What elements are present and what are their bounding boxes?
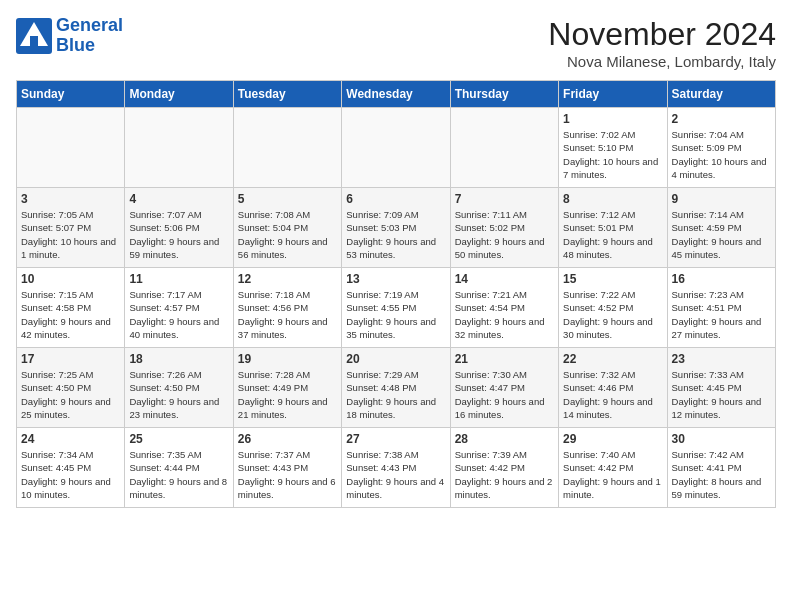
day-header-friday: Friday xyxy=(559,81,667,108)
calendar-cell xyxy=(125,108,233,188)
calendar-cell: 4Sunrise: 7:07 AM Sunset: 5:06 PM Daylig… xyxy=(125,188,233,268)
calendar-cell: 10Sunrise: 7:15 AM Sunset: 4:58 PM Dayli… xyxy=(17,268,125,348)
day-number: 24 xyxy=(21,432,120,446)
day-info: Sunrise: 7:11 AM Sunset: 5:02 PM Dayligh… xyxy=(455,208,554,261)
day-info: Sunrise: 7:09 AM Sunset: 5:03 PM Dayligh… xyxy=(346,208,445,261)
calendar-cell: 15Sunrise: 7:22 AM Sunset: 4:52 PM Dayli… xyxy=(559,268,667,348)
day-header-saturday: Saturday xyxy=(667,81,775,108)
calendar-cell: 3Sunrise: 7:05 AM Sunset: 5:07 PM Daylig… xyxy=(17,188,125,268)
day-number: 25 xyxy=(129,432,228,446)
day-number: 23 xyxy=(672,352,771,366)
calendar-cell: 9Sunrise: 7:14 AM Sunset: 4:59 PM Daylig… xyxy=(667,188,775,268)
logo-line1: General xyxy=(56,15,123,35)
day-info: Sunrise: 7:15 AM Sunset: 4:58 PM Dayligh… xyxy=(21,288,120,341)
calendar-cell: 6Sunrise: 7:09 AM Sunset: 5:03 PM Daylig… xyxy=(342,188,450,268)
day-info: Sunrise: 7:38 AM Sunset: 4:43 PM Dayligh… xyxy=(346,448,445,501)
calendar-cell: 30Sunrise: 7:42 AM Sunset: 4:41 PM Dayli… xyxy=(667,428,775,508)
calendar-cell xyxy=(233,108,341,188)
day-number: 5 xyxy=(238,192,337,206)
day-number: 17 xyxy=(21,352,120,366)
day-info: Sunrise: 7:18 AM Sunset: 4:56 PM Dayligh… xyxy=(238,288,337,341)
day-number: 8 xyxy=(563,192,662,206)
calendar-cell: 7Sunrise: 7:11 AM Sunset: 5:02 PM Daylig… xyxy=(450,188,558,268)
calendar-cell: 26Sunrise: 7:37 AM Sunset: 4:43 PM Dayli… xyxy=(233,428,341,508)
calendar-cell: 29Sunrise: 7:40 AM Sunset: 4:42 PM Dayli… xyxy=(559,428,667,508)
day-info: Sunrise: 7:05 AM Sunset: 5:07 PM Dayligh… xyxy=(21,208,120,261)
calendar-cell: 22Sunrise: 7:32 AM Sunset: 4:46 PM Dayli… xyxy=(559,348,667,428)
calendar-cell xyxy=(450,108,558,188)
day-info: Sunrise: 7:40 AM Sunset: 4:42 PM Dayligh… xyxy=(563,448,662,501)
day-number: 7 xyxy=(455,192,554,206)
day-number: 13 xyxy=(346,272,445,286)
calendar-cell: 1Sunrise: 7:02 AM Sunset: 5:10 PM Daylig… xyxy=(559,108,667,188)
calendar-cell: 25Sunrise: 7:35 AM Sunset: 4:44 PM Dayli… xyxy=(125,428,233,508)
week-row-3: 10Sunrise: 7:15 AM Sunset: 4:58 PM Dayli… xyxy=(17,268,776,348)
day-number: 12 xyxy=(238,272,337,286)
day-info: Sunrise: 7:07 AM Sunset: 5:06 PM Dayligh… xyxy=(129,208,228,261)
calendar-cell xyxy=(342,108,450,188)
day-number: 15 xyxy=(563,272,662,286)
day-info: Sunrise: 7:37 AM Sunset: 4:43 PM Dayligh… xyxy=(238,448,337,501)
day-info: Sunrise: 7:32 AM Sunset: 4:46 PM Dayligh… xyxy=(563,368,662,421)
day-number: 9 xyxy=(672,192,771,206)
day-info: Sunrise: 7:33 AM Sunset: 4:45 PM Dayligh… xyxy=(672,368,771,421)
calendar-cell: 2Sunrise: 7:04 AM Sunset: 5:09 PM Daylig… xyxy=(667,108,775,188)
day-number: 27 xyxy=(346,432,445,446)
day-header-thursday: Thursday xyxy=(450,81,558,108)
day-header-sunday: Sunday xyxy=(17,81,125,108)
day-info: Sunrise: 7:23 AM Sunset: 4:51 PM Dayligh… xyxy=(672,288,771,341)
day-info: Sunrise: 7:25 AM Sunset: 4:50 PM Dayligh… xyxy=(21,368,120,421)
day-number: 22 xyxy=(563,352,662,366)
calendar-header-row: SundayMondayTuesdayWednesdayThursdayFrid… xyxy=(17,81,776,108)
calendar-cell: 13Sunrise: 7:19 AM Sunset: 4:55 PM Dayli… xyxy=(342,268,450,348)
calendar-cell: 23Sunrise: 7:33 AM Sunset: 4:45 PM Dayli… xyxy=(667,348,775,428)
day-number: 18 xyxy=(129,352,228,366)
calendar-cell xyxy=(17,108,125,188)
day-info: Sunrise: 7:02 AM Sunset: 5:10 PM Dayligh… xyxy=(563,128,662,181)
month-title: November 2024 xyxy=(548,16,776,53)
calendar-cell: 21Sunrise: 7:30 AM Sunset: 4:47 PM Dayli… xyxy=(450,348,558,428)
day-number: 14 xyxy=(455,272,554,286)
calendar-cell: 27Sunrise: 7:38 AM Sunset: 4:43 PM Dayli… xyxy=(342,428,450,508)
day-info: Sunrise: 7:39 AM Sunset: 4:42 PM Dayligh… xyxy=(455,448,554,501)
week-row-1: 1Sunrise: 7:02 AM Sunset: 5:10 PM Daylig… xyxy=(17,108,776,188)
day-number: 10 xyxy=(21,272,120,286)
day-info: Sunrise: 7:42 AM Sunset: 4:41 PM Dayligh… xyxy=(672,448,771,501)
calendar-cell: 14Sunrise: 7:21 AM Sunset: 4:54 PM Dayli… xyxy=(450,268,558,348)
day-info: Sunrise: 7:04 AM Sunset: 5:09 PM Dayligh… xyxy=(672,128,771,181)
day-number: 20 xyxy=(346,352,445,366)
calendar-cell: 24Sunrise: 7:34 AM Sunset: 4:45 PM Dayli… xyxy=(17,428,125,508)
day-info: Sunrise: 7:19 AM Sunset: 4:55 PM Dayligh… xyxy=(346,288,445,341)
day-number: 30 xyxy=(672,432,771,446)
day-info: Sunrise: 7:28 AM Sunset: 4:49 PM Dayligh… xyxy=(238,368,337,421)
title-area: November 2024 Nova Milanese, Lombardy, I… xyxy=(548,16,776,70)
week-row-4: 17Sunrise: 7:25 AM Sunset: 4:50 PM Dayli… xyxy=(17,348,776,428)
day-number: 28 xyxy=(455,432,554,446)
calendar-cell: 12Sunrise: 7:18 AM Sunset: 4:56 PM Dayli… xyxy=(233,268,341,348)
week-row-2: 3Sunrise: 7:05 AM Sunset: 5:07 PM Daylig… xyxy=(17,188,776,268)
logo: General Blue xyxy=(16,16,123,56)
day-number: 4 xyxy=(129,192,228,206)
day-number: 11 xyxy=(129,272,228,286)
day-info: Sunrise: 7:14 AM Sunset: 4:59 PM Dayligh… xyxy=(672,208,771,261)
day-info: Sunrise: 7:35 AM Sunset: 4:44 PM Dayligh… xyxy=(129,448,228,501)
day-header-wednesday: Wednesday xyxy=(342,81,450,108)
day-info: Sunrise: 7:30 AM Sunset: 4:47 PM Dayligh… xyxy=(455,368,554,421)
day-header-tuesday: Tuesday xyxy=(233,81,341,108)
day-info: Sunrise: 7:08 AM Sunset: 5:04 PM Dayligh… xyxy=(238,208,337,261)
calendar-cell: 18Sunrise: 7:26 AM Sunset: 4:50 PM Dayli… xyxy=(125,348,233,428)
logo-icon xyxy=(16,18,52,54)
calendar-cell: 28Sunrise: 7:39 AM Sunset: 4:42 PM Dayli… xyxy=(450,428,558,508)
header: General Blue November 2024 Nova Milanese… xyxy=(16,16,776,70)
svg-rect-2 xyxy=(30,36,38,46)
calendar-cell: 11Sunrise: 7:17 AM Sunset: 4:57 PM Dayli… xyxy=(125,268,233,348)
day-info: Sunrise: 7:34 AM Sunset: 4:45 PM Dayligh… xyxy=(21,448,120,501)
calendar-cell: 16Sunrise: 7:23 AM Sunset: 4:51 PM Dayli… xyxy=(667,268,775,348)
day-info: Sunrise: 7:22 AM Sunset: 4:52 PM Dayligh… xyxy=(563,288,662,341)
day-number: 26 xyxy=(238,432,337,446)
day-info: Sunrise: 7:17 AM Sunset: 4:57 PM Dayligh… xyxy=(129,288,228,341)
day-info: Sunrise: 7:21 AM Sunset: 4:54 PM Dayligh… xyxy=(455,288,554,341)
calendar-cell: 20Sunrise: 7:29 AM Sunset: 4:48 PM Dayli… xyxy=(342,348,450,428)
calendar-cell: 17Sunrise: 7:25 AM Sunset: 4:50 PM Dayli… xyxy=(17,348,125,428)
location: Nova Milanese, Lombardy, Italy xyxy=(548,53,776,70)
